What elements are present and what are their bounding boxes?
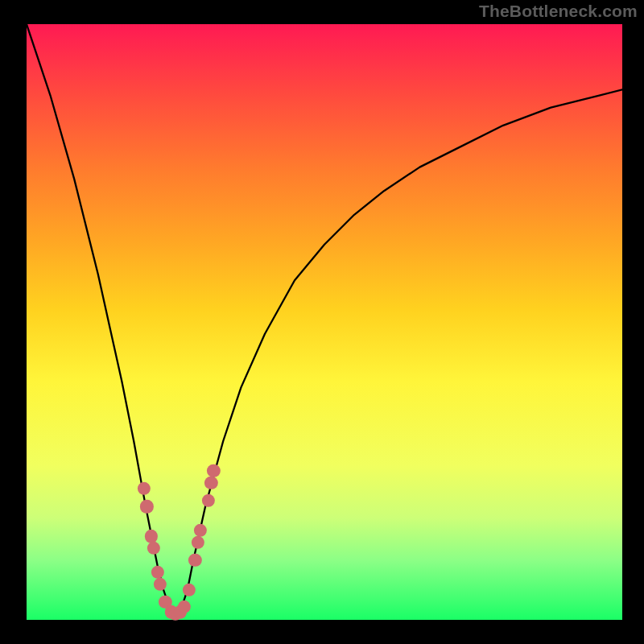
- data-point: [154, 577, 167, 590]
- data-point: [202, 494, 215, 507]
- plot-area: [27, 24, 622, 620]
- chart-frame: TheBottleneck.com: [0, 0, 644, 644]
- data-point: [178, 601, 191, 613]
- data-point: [207, 464, 220, 477]
- data-point: [140, 500, 153, 513]
- data-point: [145, 530, 158, 543]
- data-point: [194, 524, 207, 537]
- data-points-layer: [27, 24, 622, 620]
- watermark-text: TheBottleneck.com: [479, 2, 638, 21]
- data-point: [188, 554, 201, 567]
- data-point: [204, 477, 217, 489]
- data-point: [192, 536, 204, 549]
- data-point: [183, 584, 196, 597]
- data-point: [138, 482, 151, 495]
- data-point: [147, 542, 159, 555]
- data-point: [151, 566, 164, 579]
